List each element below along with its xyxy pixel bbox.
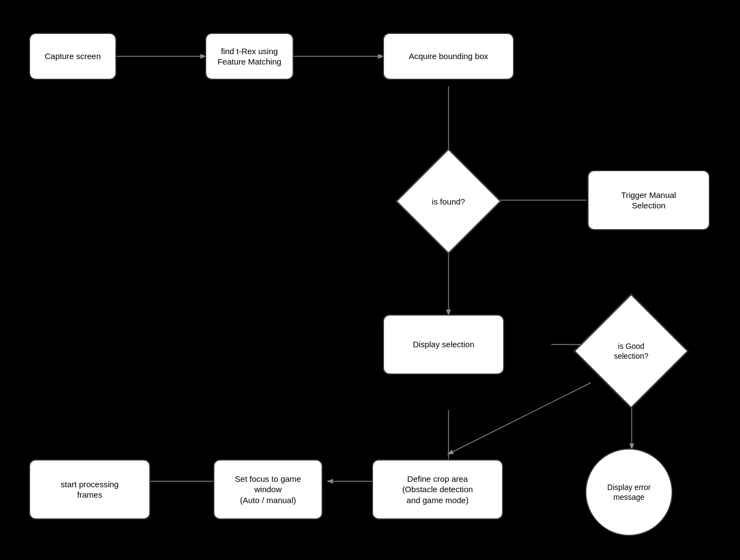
trigger-manual-node: Trigger ManualSelection — [587, 170, 710, 230]
is-good-selection-diamond: is Goodselection? — [591, 311, 672, 392]
acquire-bbox-node: Acquire bounding box — [383, 33, 514, 80]
define-crop-node: Define crop area(Obstacle detectionand g… — [372, 459, 503, 520]
set-focus-node: Set focus to gamewindow(Auto / manual) — [213, 459, 323, 520]
capture-screen-node: Capture screen — [29, 33, 116, 80]
display-error-node: Display errormessage — [585, 448, 673, 536]
is-found-diamond: is found? — [411, 164, 486, 238]
start-processing-node: start processingframes — [29, 459, 150, 520]
find-trex-node: find t-Rex usingFeature Matching — [205, 33, 294, 80]
display-selection-node: Display selection — [383, 314, 504, 375]
svg-line-9 — [448, 383, 591, 454]
